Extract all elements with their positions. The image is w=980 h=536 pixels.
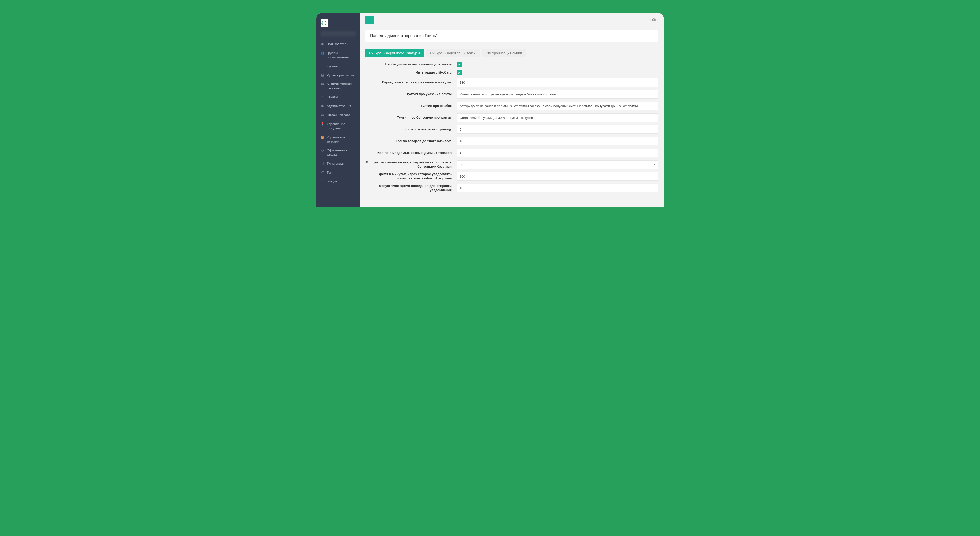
input-products-show-all[interactable] [457, 137, 659, 145]
sidebar-item-payment-types[interactable]: [¤] Типы оплат [317, 159, 360, 168]
mail-auto-icon: ▤ [321, 82, 324, 86]
select-bonus-percent[interactable]: 30 [457, 160, 659, 169]
sidebar-item-admin[interactable]: ◉ Администрация [317, 102, 360, 111]
sidebar-item-label: Ручные рассылки [327, 73, 354, 78]
sidebar-item-orders[interactable]: ≡ Заказы [317, 93, 360, 102]
sidebar-item-points[interactable]: 🧺 Управление точками [317, 133, 360, 146]
card-icon: ▭ [321, 113, 324, 117]
sidebar-item-online-payment[interactable]: ▭ Онлайн оплата [317, 111, 360, 120]
sidebar-item-cities[interactable]: 📍 Управление городами [317, 120, 360, 133]
checkout-icon: ◎ [321, 148, 324, 153]
admin-icon: ◉ [321, 104, 324, 108]
row-late-time: Допустимое время опоздания для отправки … [365, 184, 659, 192]
check-icon [458, 71, 461, 74]
content: Панель администрирования Гриль1 Синхрони… [360, 27, 663, 200]
sidebar-item-label: Автоматические рассылки [327, 82, 356, 91]
topbar: Выйти [360, 13, 663, 27]
sidebar-item-label: Блюда [327, 180, 337, 184]
list-icon: ≡ [321, 95, 324, 99]
row-cart-remind: Время в минутах, через которое уведомлят… [365, 172, 659, 181]
checkbox-iiko[interactable] [457, 70, 462, 75]
input-sync-period[interactable] [457, 78, 659, 87]
input-late-time[interactable] [457, 184, 659, 192]
input-reviews-per-page[interactable] [457, 125, 659, 134]
tab-sync-promos[interactable]: Синхронизация акций [482, 49, 526, 57]
tab-sync-zones[interactable]: Синхронизация зон и точек [426, 49, 479, 57]
sidebar-item-tags[interactable]: 🏷 Теги [317, 168, 360, 177]
sidebar-org-label [321, 31, 356, 36]
label-iiko: Интеграция с iikoCard [365, 70, 457, 75]
label-tooltip-bonus: Тултип про бонусную программу [365, 116, 457, 120]
input-tooltip-cashback[interactable] [457, 102, 659, 110]
sidebar: ◉ Пользователи 👥 Группы пользователей 🏷 … [317, 13, 360, 207]
logo [321, 19, 328, 27]
users-icon: 👥 [321, 51, 324, 55]
main: Выйти Панель администрирования Гриль1 Си… [360, 13, 663, 207]
sidebar-item-label: Онлайн оплата [327, 113, 350, 118]
label-products-show-all: Кол-во товаров до "показать все" [365, 139, 457, 143]
tags-icon: 🏷 [321, 170, 324, 175]
check-icon [458, 63, 461, 65]
row-bonus-percent: Процент от суммы заказа, которую можно о… [365, 160, 659, 169]
label-auth-required: Необходимость авторизации для заказа [365, 62, 457, 67]
pin-icon: 📍 [321, 122, 324, 126]
sidebar-item-coupons[interactable]: 🏷 Купоны [317, 62, 360, 71]
label-recommended-count: Кол-во выводимых рекомендуемых товаров [365, 151, 457, 155]
sidebar-item-checkout[interactable]: ◎ Оформление заказа [317, 146, 360, 159]
label-reviews-per-page: Кол-во отзывов на страницу [365, 127, 457, 132]
row-iiko: Интеграция с iikoCard [365, 70, 659, 75]
sidebar-item-label: Группы пользователей [327, 51, 356, 60]
row-tooltip-cashback: Тултип про кэшбэк [365, 102, 659, 110]
sidebar-item-label: Купоны [327, 64, 338, 68]
settings-form: Необходимость авторизации для заказа Инт… [365, 62, 659, 192]
row-reviews-per-page: Кол-во отзывов на страницу [365, 125, 659, 134]
sidebar-item-label: Теги [327, 170, 333, 175]
sidebar-item-label: Типы оплат [327, 162, 344, 166]
burger-button[interactable] [365, 16, 374, 24]
label-sync-period: Периодичность синхронизации в минутах [365, 80, 457, 85]
row-tooltip-bonus: Тултип про бонусную программу [365, 113, 659, 122]
input-recommended-count[interactable] [457, 148, 659, 157]
row-tooltip-email: Тултип про указание почты [365, 90, 659, 99]
sidebar-item-label: Управление городами [327, 122, 356, 131]
sidebar-item-label: Управление точками [327, 135, 356, 144]
sidebar-item-dishes[interactable]: 🍴 Блюда [317, 177, 360, 186]
page-title: Панель администрирования Гриль1 [365, 30, 659, 42]
sidebar-item-manual-mailings[interactable]: ▤ Ручные рассылки [317, 71, 360, 80]
app-window: ◉ Пользователи 👥 Группы пользователей 🏷 … [317, 13, 663, 207]
logo-icon [322, 21, 326, 25]
label-tooltip-email: Тултип про указание почты [365, 92, 457, 97]
tag-icon: 🏷 [321, 64, 324, 68]
row-auth-required: Необходимость авторизации для заказа [365, 62, 659, 67]
sidebar-item-users[interactable]: ◉ Пользователи [317, 40, 360, 49]
sidebar-item-label: Заказы [327, 95, 338, 100]
checkbox-auth-required[interactable] [457, 62, 462, 67]
tab-sync-nomenclature[interactable]: Синхронизация номенклатуры [365, 49, 424, 57]
row-sync-period: Периодичность синхронизации в минутах [365, 78, 659, 87]
sidebar-item-auto-mailings[interactable]: ▤ Автоматические рассылки [317, 80, 360, 93]
sidebar-item-label: Оформление заказа [327, 148, 356, 157]
label-bonus-percent: Процент от суммы заказа, которую можно о… [365, 160, 457, 169]
sidebar-item-label: Пользователи [327, 42, 348, 46]
sidebar-item-user-groups[interactable]: 👥 Группы пользователей [317, 49, 360, 62]
burger-icon [368, 20, 371, 20]
tabs: Синхронизация номенклатуры Синхронизация… [365, 49, 659, 57]
label-tooltip-cashback: Тултип про кэшбэк [365, 104, 457, 108]
input-cart-remind[interactable] [457, 172, 659, 181]
basket-icon: 🧺 [321, 135, 324, 139]
input-tooltip-bonus[interactable] [457, 113, 659, 122]
sidebar-item-label: Администрация [327, 104, 351, 108]
user-icon: ◉ [321, 42, 324, 46]
row-products-show-all: Кол-во товаров до "показать все" [365, 137, 659, 145]
dish-icon: 🍴 [321, 180, 324, 183]
input-tooltip-email[interactable] [457, 90, 659, 99]
row-recommended-count: Кол-во выводимых рекомендуемых товаров [365, 148, 659, 157]
logout-link[interactable]: Выйти [648, 18, 659, 22]
money-icon: [¤] [321, 162, 324, 165]
label-cart-remind: Время в минутах, через которое уведомлят… [365, 172, 457, 181]
label-late-time: Допустимое время опоздания для отправки … [365, 184, 457, 192]
mail-icon: ▤ [321, 73, 324, 77]
